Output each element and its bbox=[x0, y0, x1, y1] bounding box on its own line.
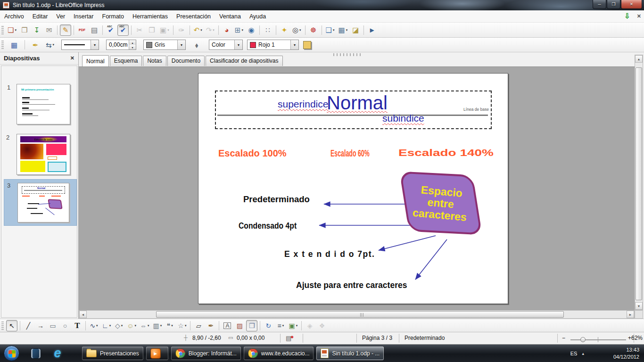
effects-button[interactable]: ❖ ▾ bbox=[316, 320, 328, 331]
fill-type-select[interactable]: Color ▾ bbox=[209, 40, 243, 50]
start-button[interactable] bbox=[4, 346, 19, 361]
dropdown-caret-icon[interactable]: ▾ bbox=[96, 324, 98, 328]
slide-canvas[interactable]: superindice Normal subindice Línea de ba… bbox=[198, 73, 508, 304]
email-button[interactable]: ✉ ▾ bbox=[43, 25, 55, 36]
slide-style[interactable]: Predeterminado bbox=[405, 335, 445, 341]
dropdown-caret-icon[interactable]: ▾ bbox=[15, 28, 17, 32]
taskbar-presentaciones-button[interactable]: Presentaciones bbox=[82, 346, 143, 360]
line-dialog-button[interactable]: ✒ bbox=[30, 39, 41, 50]
zoom-slider-track[interactable] bbox=[570, 339, 626, 340]
line-width-spinner[interactable]: 0,00cm ▴▾ bbox=[106, 40, 136, 50]
tab-normal[interactable]: Normal bbox=[82, 55, 109, 66]
table-button[interactable]: ⊞ ▾ bbox=[233, 25, 245, 36]
dropdown-caret-icon[interactable]: ▾ bbox=[299, 28, 301, 32]
spellcheck-button[interactable]: ABC ✔ ▾ bbox=[105, 25, 116, 36]
select-button[interactable]: ↖ ▾ bbox=[6, 320, 17, 331]
slideshow-button[interactable]: ► ▾ bbox=[366, 25, 378, 36]
toolbar-grip[interactable] bbox=[1, 41, 4, 49]
dropdown-caret-icon[interactable]: ▾ bbox=[333, 28, 335, 32]
fontwork-button[interactable]: A ▾ bbox=[222, 320, 233, 331]
taskbar-wmp-button[interactable] bbox=[146, 346, 168, 360]
gallery-button[interactable]: ❒ ▾ bbox=[246, 320, 257, 331]
symbol-shapes-button[interactable]: ☺ ▾ bbox=[125, 320, 138, 331]
dropdown-caret-icon[interactable]: ▾ bbox=[282, 324, 284, 328]
rectangle-button[interactable]: ▭ ▾ bbox=[47, 320, 58, 331]
ajuste-text[interactable]: Ajuste para entre caracteres bbox=[296, 280, 407, 290]
update-available-icon[interactable]: ⇩ bbox=[624, 12, 630, 20]
dropdown-caret-icon[interactable]: ▾ bbox=[241, 28, 243, 32]
slide1-thumbnail[interactable]: Mi primera presentación bbox=[17, 84, 70, 124]
export-pdf-button[interactable]: PDF ▾ bbox=[76, 25, 88, 36]
tab-clasificador[interactable]: Clasificador de diapositivas bbox=[206, 56, 282, 66]
dropdown-caret-icon[interactable]: ▾ bbox=[167, 28, 169, 32]
chart-button[interactable]: ◕ ▾ bbox=[221, 25, 232, 36]
dropdown-caret-icon[interactable]: ▾ bbox=[185, 324, 187, 328]
zoom-button[interactable]: ◎ ▾ bbox=[291, 25, 303, 36]
zoom-level[interactable]: 62% bbox=[630, 335, 643, 341]
dropdown-caret-icon[interactable]: ▾ bbox=[234, 40, 242, 49]
tab-notas[interactable]: Notas bbox=[143, 56, 166, 66]
block-arrows-button[interactable]: ⇔ ▾ bbox=[139, 320, 151, 331]
line-color-select[interactable]: Gris ▾ bbox=[143, 40, 186, 50]
hyperlink-button[interactable]: ◉ ▾ bbox=[246, 25, 257, 36]
edit-file-button[interactable]: ✎ ▾ bbox=[60, 25, 71, 36]
basic-shapes-button[interactable]: ◇ ▾ bbox=[113, 320, 124, 331]
spin-down-icon[interactable]: ▾ bbox=[129, 45, 136, 49]
hidden-icons-button[interactable]: ▴ bbox=[582, 351, 584, 356]
taskbar-clock[interactable]: 13:43 04/12/2012 bbox=[613, 346, 639, 361]
menu-insertar[interactable]: Insertar bbox=[69, 11, 98, 22]
redo-button[interactable]: ↷ ▾ bbox=[205, 25, 216, 36]
menu-herramientas[interactable]: Herramientas bbox=[128, 11, 172, 22]
menu-editar[interactable]: Editar bbox=[28, 11, 52, 22]
clone-formatting-button[interactable]: ✑ ▾ bbox=[176, 25, 187, 36]
toolbar-overflow-indicator[interactable] bbox=[333, 53, 363, 56]
taskbar-impress-button[interactable]: Sin título 1.odp - ... bbox=[316, 346, 384, 360]
slide-design-button[interactable]: ◪ ▾ bbox=[350, 25, 361, 36]
area-dialog-button[interactable]: ⬧ bbox=[191, 39, 202, 50]
scroll-up-icon[interactable]: ▲ bbox=[635, 55, 643, 63]
open-button[interactable]: ❒ ▾ bbox=[19, 25, 30, 36]
restore-button[interactable]: ❐ bbox=[607, 0, 620, 9]
slide3-thumbnail[interactable]: Normal bbox=[17, 183, 69, 222]
paste-button[interactable]: ▣ ▾ bbox=[158, 25, 171, 36]
grid-button[interactable]: ∷ ▾ bbox=[262, 25, 273, 36]
tab-documento[interactable]: Documento bbox=[167, 56, 205, 66]
tab-esquema[interactable]: Esquema bbox=[110, 56, 142, 66]
toolbar-grip[interactable] bbox=[1, 321, 4, 330]
interaction-button[interactable]: ◈ ▾ bbox=[304, 320, 315, 331]
connector-button[interactable]: ∟ ▾ bbox=[100, 320, 112, 331]
taskbar-chrome-blogger-button[interactable]: Blogger: Informát... bbox=[171, 346, 241, 360]
new-presentation-button[interactable]: ❏ ▾ bbox=[6, 25, 18, 36]
dropdown-caret-icon[interactable]: ▾ bbox=[346, 28, 348, 32]
line-style-select[interactable]: ▾ bbox=[61, 40, 99, 50]
language-indicator[interactable]: ES bbox=[570, 351, 578, 356]
minimize-button[interactable]: ─ bbox=[593, 0, 606, 9]
dropdown-caret-icon[interactable]: ▾ bbox=[91, 40, 99, 49]
menu-formato[interactable]: Formato bbox=[98, 11, 129, 22]
styles-button[interactable]: ▦ bbox=[8, 39, 20, 50]
scroll-down-icon[interactable]: ▼ bbox=[635, 302, 643, 310]
ellipse-button[interactable]: ○ ▾ bbox=[59, 320, 71, 331]
edit-points-button[interactable]: ▱ ▾ bbox=[193, 320, 204, 331]
dropdown-caret-icon[interactable]: ▾ bbox=[213, 28, 215, 32]
arrange-button[interactable]: ▣ ▾ bbox=[287, 320, 299, 331]
shadow-button[interactable] bbox=[303, 41, 311, 49]
help-button[interactable]: ☸ ▾ bbox=[308, 25, 319, 36]
horizontal-scroll-thumb[interactable] bbox=[156, 311, 564, 318]
close-button[interactable]: ✕ bbox=[621, 0, 642, 9]
menu-ventana[interactable]: Ventana bbox=[215, 11, 245, 22]
dropdown-caret-icon[interactable]: ▾ bbox=[290, 40, 298, 49]
zoom-slider-handle[interactable] bbox=[580, 337, 586, 342]
alignment-button[interactable]: ≡ ▾ bbox=[275, 320, 286, 331]
copy-button[interactable]: ❐ ▾ bbox=[146, 25, 157, 36]
undo-button[interactable]: ↶ ▾ bbox=[192, 25, 204, 36]
glue-points-button[interactable]: ✒ ▾ bbox=[205, 320, 216, 331]
insert-image-button[interactable]: ▨ ▾ bbox=[234, 320, 245, 331]
curve-button[interactable]: ∿ ▾ bbox=[88, 320, 99, 331]
scroll-left-icon[interactable]: ◄ bbox=[79, 311, 87, 318]
dropdown-caret-icon[interactable]: ▾ bbox=[109, 324, 111, 328]
text-button[interactable]: T ▾ bbox=[72, 320, 83, 331]
predeterminado-text[interactable]: Predeterminado bbox=[243, 194, 310, 205]
document-modified-icon[interactable]: ▤✱ bbox=[286, 335, 295, 342]
zoom-out-button[interactable]: − bbox=[562, 335, 565, 341]
